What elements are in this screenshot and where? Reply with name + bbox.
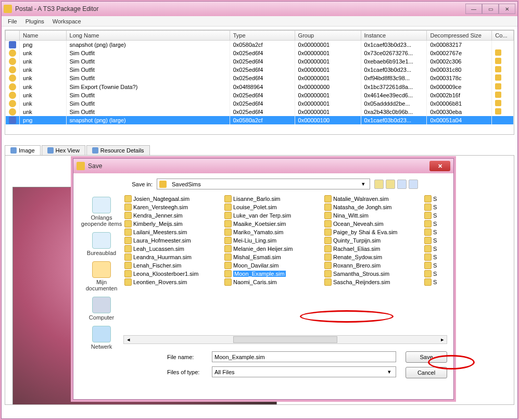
col-group[interactable]: Group [295, 31, 361, 41]
file-item[interactable]: S [423, 261, 438, 270]
compressed-icon [495, 49, 501, 56]
file-item[interactable]: Leontien_Rovers.sim [123, 278, 222, 286]
sim-file-icon [424, 253, 432, 261]
file-item[interactable]: Mei-Liu_Ling.sim [223, 236, 322, 245]
col-longname[interactable]: Long Name [66, 31, 230, 41]
scroll-thumb[interactable] [233, 336, 337, 343]
file-item[interactable]: Roxann_Brero.sim [323, 261, 422, 270]
file-item[interactable]: Renate_Sydow.sim [323, 253, 422, 261]
file-item[interactable]: Leah_Lucassen.sim [123, 245, 222, 253]
file-item[interactable]: Naomi_Caris.sim [223, 278, 322, 286]
close-button[interactable]: ✕ [499, 4, 515, 14]
table-row[interactable]: pngsnapshot (png) (large)0x0580a2cf0x000… [6, 41, 514, 49]
file-item[interactable]: Moon_Example.sim [223, 270, 322, 278]
new-folder-icon[interactable] [386, 180, 395, 189]
col-name[interactable]: Name [20, 31, 66, 41]
place-mydocs[interactable]: Mijn documenten [81, 259, 122, 294]
file-item[interactable]: Mariko_Yamato.sim [223, 228, 322, 236]
horizontal-scrollbar[interactable]: ◂▸ [123, 335, 447, 344]
minimize-button[interactable]: — [465, 4, 482, 14]
file-item[interactable]: Louise_Polet.sim [223, 203, 322, 211]
tab-hexview[interactable]: Hex View [42, 145, 85, 155]
resource-table[interactable]: Name Long Name Type Group Instance Decom… [5, 30, 514, 135]
table-row[interactable]: pngsnapshot (png) (large)0x0580a2cf0x000… [6, 116, 514, 124]
file-item[interactable]: Rachael_Elias.sim [323, 245, 422, 253]
save-button[interactable]: Save [406, 351, 447, 363]
file-item[interactable]: Josien_Nagtegaal.sim [123, 195, 222, 203]
place-desktop[interactable]: Bureaublad [81, 230, 122, 258]
file-item[interactable]: Quinty_Turpijn.sim [323, 236, 422, 245]
file-item[interactable]: Luke_van der Terp.sim [223, 211, 322, 220]
save-in-combo[interactable]: SavedSims ▾ [157, 179, 370, 189]
file-item[interactable]: Mishal_Esmati.sim [223, 253, 322, 261]
compressed-icon [495, 58, 501, 64]
place-computer[interactable]: Computer [81, 295, 122, 323]
tab-resource-details[interactable]: Resource Details [86, 145, 150, 155]
menu-plugins[interactable]: Plugins [22, 17, 47, 26]
file-item[interactable]: Karen_Versteegh.sim [123, 203, 222, 211]
table-row[interactable]: unkSim Outfit0x025ed6f40x000000010xebaeb… [6, 57, 514, 66]
sim-file-icon [124, 245, 132, 252]
tab-image[interactable]: Image [5, 145, 41, 155]
col-decomp[interactable]: Decompressed Size [427, 31, 492, 41]
place-network[interactable]: Netwerk [81, 324, 122, 352]
table-row[interactable]: unkSim Outfit0x025ed6f40x000000010x4614e… [6, 91, 514, 99]
table-row[interactable]: unkSim Outfit0x025ed6f40x000000010xa2b43… [6, 108, 514, 116]
view-list-icon[interactable] [397, 180, 407, 189]
titlebar[interactable]: Postal - A TS3 Package Editor — ▭ ✕ [2, 2, 517, 16]
file-item[interactable]: S [423, 195, 438, 203]
dialog-titlebar[interactable]: Save ✕ [73, 159, 453, 173]
sim-file-icon [124, 237, 132, 244]
col-instance[interactable]: Instance [361, 31, 427, 41]
table-row[interactable]: unkSim Export (Townie Data?)0x04f889640x… [6, 82, 514, 91]
file-item[interactable]: Natasha_de Jongh.sim [323, 203, 422, 211]
app-icon [4, 5, 12, 13]
file-item[interactable]: S [423, 278, 438, 286]
up-folder-icon[interactable] [374, 180, 384, 189]
scroll-left-icon[interactable]: ◂ [124, 336, 133, 343]
maximize-button[interactable]: ▭ [482, 4, 499, 14]
view-details-icon[interactable] [409, 180, 418, 189]
file-list[interactable]: Josien_Nagtegaal.simKaren_Versteegh.simK… [123, 195, 447, 333]
dialog-close-button[interactable]: ✕ [429, 161, 450, 171]
col-co[interactable]: Co... [492, 31, 514, 41]
file-item[interactable]: Kendra_Jenner.sim [123, 211, 222, 220]
file-item[interactable]: S [423, 220, 438, 228]
file-item[interactable]: Lisanne_Barlo.sim [223, 195, 322, 203]
file-item[interactable]: S [423, 270, 438, 278]
file-item[interactable]: Moon_Davilar.sim [223, 261, 322, 270]
menu-workspace[interactable]: Workspace [49, 17, 84, 26]
file-item[interactable]: S [423, 228, 438, 236]
table-row[interactable]: unkSim Outfit0x025ed6f40x000000010x73ce0… [6, 49, 514, 57]
table-row[interactable]: unkSim Outfit0x025ed6f40x000000010x1caef… [6, 66, 514, 74]
file-item[interactable]: Natalie_Walraven.sim [323, 195, 422, 203]
file-item[interactable]: Leandra_Huurman.sim [123, 253, 222, 261]
file-item[interactable]: Samantha_Strous.sim [323, 270, 422, 278]
menu-file[interactable]: File [5, 17, 20, 26]
file-item[interactable]: Paige_by Shai & Eva.sim [323, 228, 422, 236]
file-item[interactable]: Lenah_Fischer.sim [123, 261, 222, 270]
place-recent[interactable]: Onlangs geopende items [81, 195, 122, 229]
file-item[interactable]: Ocean_Neveah.sim [323, 220, 422, 228]
filetype-combo[interactable]: All Files ▾ [212, 366, 396, 377]
cancel-button[interactable]: Cancel [406, 367, 447, 378]
file-item[interactable]: Sascha_Reijnders.sim [323, 278, 422, 286]
file-item[interactable]: Laura_Hofmeester.sim [123, 236, 222, 245]
file-item[interactable]: S [423, 203, 438, 211]
table-row[interactable]: unkSim Outfit0x025ed6f40x000000010x05add… [6, 99, 514, 108]
file-item[interactable]: S [423, 211, 438, 220]
table-row[interactable]: unkSim Outfit0x025ed6f40x000000010xf94bd… [6, 74, 514, 82]
sim-file-icon [124, 270, 132, 277]
file-item[interactable]: Melanie_den Heijer.sim [223, 245, 322, 253]
col-type[interactable]: Type [230, 31, 295, 41]
file-item[interactable]: Maaike_Koetsier.sim [223, 220, 322, 228]
file-item[interactable]: Leona_Kloosterboer1.sim [123, 270, 222, 278]
file-item[interactable]: S [423, 253, 438, 261]
file-item[interactable]: Lailani_Meesters.sim [123, 228, 222, 236]
file-item[interactable]: S [423, 236, 438, 245]
file-item[interactable]: S [423, 245, 438, 253]
filename-input[interactable] [212, 351, 396, 362]
scroll-right-icon[interactable]: ▸ [438, 336, 447, 343]
file-item[interactable]: Nina_Witt.sim [323, 211, 422, 220]
file-item[interactable]: Kimberly_Meijs.sim [123, 220, 222, 228]
